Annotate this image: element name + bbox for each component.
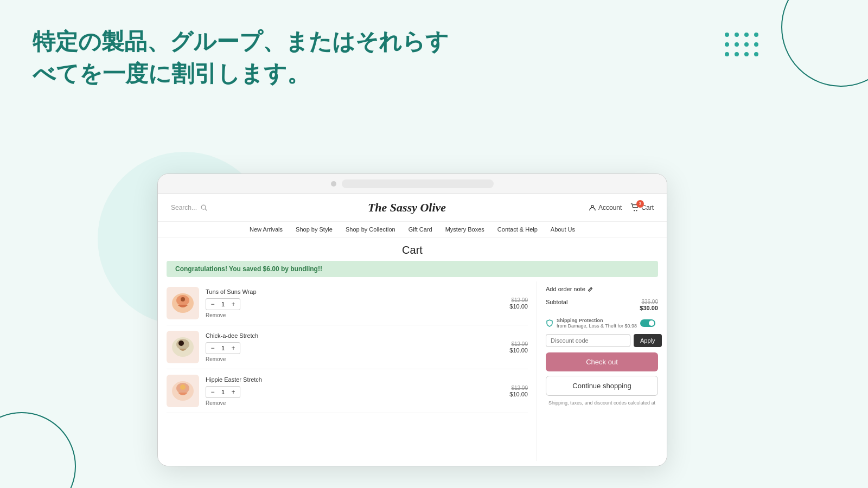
store-ui: Search... The Sassy Olive Account — [158, 194, 667, 466]
item-price-sale-3: $10.00 — [509, 391, 528, 397]
shield-icon — [546, 319, 553, 327]
item-image-1 — [167, 287, 199, 319]
subtotal-sale: $30.00 — [640, 305, 658, 311]
svg-point-4 — [636, 210, 637, 211]
search-text: Search... — [171, 204, 197, 211]
item-price-1: $12.00 $10.00 — [509, 297, 528, 310]
shipping-protection: Shipping Protection from Damage, Loss & … — [546, 318, 658, 329]
apply-discount-button[interactable]: Apply — [634, 334, 662, 347]
item-name-3: Hippie Easter Stretch — [206, 376, 503, 383]
navigation: Search... The Sassy Olive Account — [158, 194, 667, 222]
shipping-note: Shipping, taxes, and discount codes calc… — [546, 400, 658, 406]
item-name-2: Chick-a-dee Stretch — [206, 332, 503, 339]
item-price-sale-1: $10.00 — [509, 303, 528, 310]
nav-contact[interactable]: Contact & Help — [497, 226, 538, 233]
shipping-protection-toggle[interactable] — [640, 319, 655, 327]
cart-title: Cart — [158, 237, 667, 261]
nav-shop-style[interactable]: Shop by Style — [296, 226, 333, 233]
product-image-1 — [169, 290, 196, 317]
subtotal-original: $36.00 — [640, 299, 658, 305]
nav-about[interactable]: About Us — [551, 226, 575, 233]
store-logo[interactable]: The Sassy Olive — [236, 201, 578, 215]
item-qty-2: − 1 + — [206, 342, 240, 354]
svg-point-0 — [201, 205, 206, 209]
item-price-3: $12.00 $10.00 — [509, 385, 528, 397]
svg-line-1 — [205, 209, 207, 210]
search-icon — [200, 204, 208, 211]
browser-dot-1 — [331, 181, 336, 187]
qty-decrease-2[interactable]: − — [206, 343, 219, 354]
browser-chrome — [158, 174, 667, 194]
table-row: Tuns of Suns Wrap − 1 + Remove $12.00 $1… — [167, 281, 528, 325]
product-image-2 — [169, 333, 196, 361]
promo-banner: Congratulations! You saved $6.00 by bund… — [167, 261, 658, 277]
item-remove-3[interactable]: Remove — [206, 400, 503, 406]
cart-summary: Add order note Subtotal $36.00 $30.00 — [537, 281, 667, 461]
svg-point-13 — [180, 384, 186, 390]
cart-badge: 3 — [636, 200, 644, 208]
qty-increase-3[interactable]: + — [227, 387, 240, 397]
product-image-3 — [169, 377, 196, 404]
table-row: Hippie Easter Stretch − 1 + Remove $12.0… — [167, 369, 528, 413]
nav-mystery-boxes[interactable]: Mystery Boxes — [445, 226, 484, 233]
qty-value-2: 1 — [219, 345, 227, 351]
item-details-1: Tuns of Suns Wrap − 1 + Remove — [206, 288, 503, 318]
cart-page: Cart Congratulations! You saved $6.00 by… — [158, 237, 667, 461]
item-price-original-2: $12.00 — [509, 341, 528, 347]
account-icon — [589, 204, 596, 211]
nav-shop-collection[interactable]: Shop by Collection — [346, 226, 395, 233]
item-price-original-3: $12.00 — [509, 385, 528, 391]
discount-code-input[interactable] — [546, 334, 630, 347]
item-image-2 — [167, 331, 199, 363]
cart-items-list: Tuns of Suns Wrap − 1 + Remove $12.00 $1… — [158, 281, 537, 461]
table-row: Chick-a-dee Stretch − 1 + Remove $12.00 … — [167, 325, 528, 369]
item-price-original-1: $12.00 — [509, 297, 528, 303]
svg-point-7 — [181, 297, 185, 301]
item-price-sale-2: $10.00 — [509, 347, 528, 354]
subtotal-row: Subtotal $36.00 $30.00 — [546, 299, 658, 311]
qty-increase-2[interactable]: + — [227, 343, 240, 354]
qty-value-3: 1 — [219, 389, 227, 395]
add-order-note[interactable]: Add order note — [546, 286, 658, 292]
subtotal-prices: $36.00 $30.00 — [640, 299, 658, 311]
item-price-2: $12.00 $10.00 — [509, 341, 528, 354]
bg-decoration-circle-top — [781, 0, 868, 87]
browser-address-bar — [342, 179, 494, 188]
item-details-3: Hippie Easter Stretch − 1 + Remove — [206, 376, 503, 406]
bg-decoration-circle-bottom — [0, 412, 76, 488]
nav-actions: Account 3 Cart — [578, 203, 654, 212]
device-frame: Search... The Sassy Olive Account — [157, 174, 667, 466]
headline: 特定の製品、グループ、またはそれらす べてを一度に割引します。 — [33, 26, 449, 90]
item-qty-3: − 1 + — [206, 386, 240, 398]
item-details-2: Chick-a-dee Stretch − 1 + Remove — [206, 332, 503, 362]
nav-new-arrivals[interactable]: New Arrivals — [250, 226, 283, 233]
nav-gift-card[interactable]: Gift Card — [409, 226, 432, 233]
search-area[interactable]: Search... — [171, 204, 236, 211]
item-remove-1[interactable]: Remove — [206, 312, 503, 318]
sub-navigation: New Arrivals Shop by Style Shop by Colle… — [158, 222, 667, 237]
svg-point-10 — [178, 341, 184, 346]
cart-link[interactable]: 3 Cart — [630, 203, 654, 212]
qty-decrease-3[interactable]: − — [206, 387, 219, 397]
account-link[interactable]: Account — [589, 204, 622, 211]
subtotal-label: Subtotal — [546, 299, 567, 305]
discount-row: Apply — [546, 334, 658, 347]
item-qty-1: − 1 + — [206, 298, 240, 310]
item-image-3 — [167, 375, 199, 407]
qty-increase-1[interactable]: + — [227, 299, 240, 310]
checkout-button[interactable]: Check out — [546, 352, 658, 371]
dot-grid-decoration — [725, 33, 760, 57]
item-name-1: Tuns of Suns Wrap — [206, 288, 503, 295]
edit-icon — [588, 286, 593, 292]
continue-shopping-button[interactable]: Continue shopping — [546, 376, 658, 396]
cart-body: Tuns of Suns Wrap − 1 + Remove $12.00 $1… — [158, 281, 667, 461]
qty-value-1: 1 — [219, 301, 227, 307]
svg-point-3 — [634, 210, 635, 211]
item-remove-2[interactable]: Remove — [206, 356, 503, 362]
qty-decrease-1[interactable]: − — [206, 299, 219, 310]
